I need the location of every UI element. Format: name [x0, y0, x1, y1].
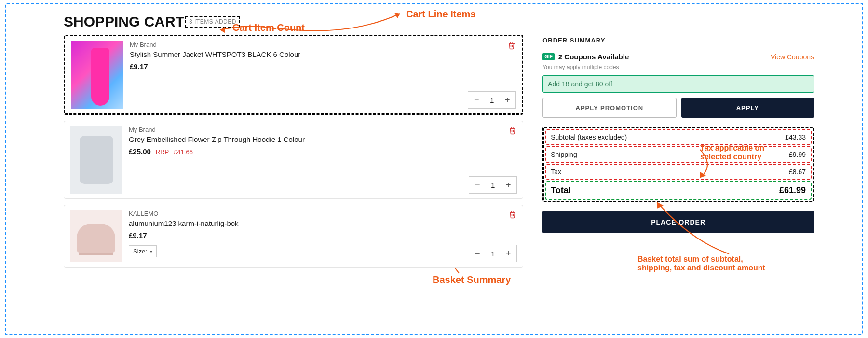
product-price: £9.17 [130, 62, 148, 70]
app-frame: SHOPPING CART 3 ITEMS ADDED Cart Item Co… [5, 3, 863, 335]
apply-button[interactable]: APPLY [681, 98, 814, 118]
qty-increase-button[interactable]: + [500, 177, 516, 193]
order-summary: ORDER SUMMARY GIF 2 Coupons Available Vi… [542, 35, 814, 273]
order-summary-title: ORDER SUMMARY [542, 37, 814, 44]
quantity-stepper[interactable]: − 1 + [469, 245, 517, 262]
shipping-label: Shipping [551, 151, 577, 158]
coupon-hint: You may apply mutliple codes [542, 64, 814, 70]
subtotal-value: £43.33 [785, 133, 806, 141]
tax-row: Tax £8.67 [545, 164, 812, 180]
qty-value: 1 [486, 181, 500, 189]
size-select[interactable]: Size: ▾ [129, 245, 157, 257]
product-price: £9.17 [129, 231, 147, 239]
qty-value: 1 [486, 250, 500, 258]
product-name[interactable]: alumunium123 karm-i-naturlig-bok [129, 219, 517, 227]
trash-icon [507, 41, 516, 50]
cart-item-count-badge: 3 ITEMS ADDED [185, 16, 240, 28]
trash-icon [508, 126, 517, 135]
line-item: My Brand Grey Embellished Flower Zip Thr… [64, 121, 523, 199]
total-label: Total [551, 185, 571, 196]
page-title: SHOPPING CART [64, 14, 184, 30]
tax-label: Tax [551, 168, 561, 176]
coupons-available-text: 2 Coupons Available [558, 53, 629, 61]
brand-label: My Brand [129, 126, 517, 133]
trash-icon [508, 210, 517, 219]
qty-value: 1 [485, 96, 499, 104]
anno-basket-summary: Basket Summary [433, 274, 511, 285]
shipping-row: Shipping £9.99 [545, 146, 812, 163]
subtotal-label: Subtotal (taxes excluded) [551, 133, 627, 141]
total-row: Total £61.99 [545, 181, 812, 200]
tax-value: £8.67 [789, 168, 806, 176]
size-label: Size: [133, 248, 147, 255]
line-item: KALLEMO alumunium123 karm-i-naturlig-bok… [64, 205, 523, 268]
chevron-down-icon: ▾ [150, 249, 152, 254]
rrp-price: £41.66 [174, 148, 193, 155]
qty-increase-button[interactable]: + [500, 245, 516, 262]
line-item: My Brand Stylish Summer Jacket WHTSPOT3 … [64, 35, 523, 115]
subtotal-row: Subtotal (taxes excluded) £43.33 [545, 129, 812, 145]
quantity-stepper[interactable]: − 1 + [469, 176, 517, 194]
promo-code-input[interactable] [542, 75, 814, 93]
qty-decrease-button[interactable]: − [469, 177, 486, 193]
brand-label: My Brand [130, 41, 516, 48]
brand-label: KALLEMO [129, 210, 517, 217]
basket-summary-box: Subtotal (taxes excluded) £43.33 Shippin… [542, 127, 814, 202]
view-coupons-link[interactable]: View Coupons [771, 53, 814, 61]
product-image [70, 210, 122, 262]
product-name[interactable]: Stylish Summer Jacket WHTSPOT3 BLACK 6 C… [130, 50, 516, 58]
product-image [71, 41, 123, 109]
quantity-stepper[interactable]: − 1 + [468, 91, 516, 109]
qty-decrease-button[interactable]: − [469, 245, 486, 262]
shipping-value: £9.99 [789, 151, 806, 158]
place-order-button[interactable]: PLACE ORDER [542, 211, 814, 233]
apply-promotion-button[interactable]: APPLY PROMOTION [542, 98, 676, 118]
qty-increase-button[interactable]: + [499, 92, 515, 108]
qty-decrease-button[interactable]: − [468, 92, 485, 108]
cart-line-items: My Brand Stylish Summer Jacket WHTSPOT3 … [64, 35, 523, 273]
remove-item-button[interactable] [508, 126, 517, 137]
gif-badge: GIF [542, 53, 555, 60]
total-value: £61.99 [779, 185, 806, 196]
rrp-prefix: RRP [156, 148, 169, 155]
product-name[interactable]: Grey Embellished Flower Zip Through Hood… [129, 135, 517, 143]
product-price: £25.00 [129, 147, 151, 155]
product-image [70, 126, 122, 194]
remove-item-button[interactable] [508, 210, 517, 221]
remove-item-button[interactable] [507, 41, 516, 52]
